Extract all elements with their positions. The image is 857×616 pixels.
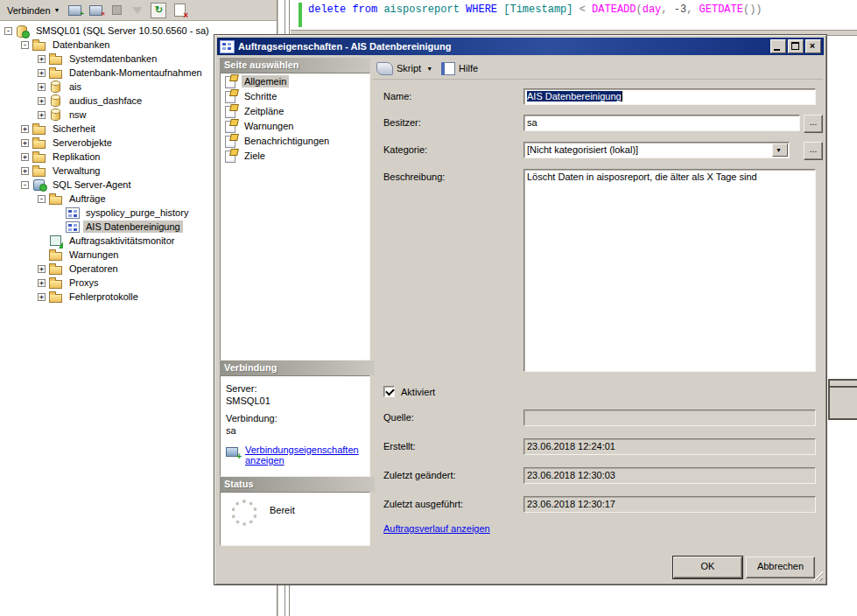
agent-icon (32, 178, 46, 192)
owner-input[interactable]: sa (523, 115, 800, 131)
collapse-icon[interactable]: - (38, 195, 46, 203)
source-field (523, 410, 816, 426)
status-text: Bereit (270, 505, 295, 515)
folder-icon (32, 122, 46, 136)
expand-icon[interactable]: + (21, 139, 29, 147)
dialog-titlebar[interactable]: Auftragseigenschaften - AIS Datenbereini… (217, 38, 824, 55)
expand-icon[interactable]: + (38, 69, 46, 77)
ok-button[interactable]: OK (673, 556, 742, 578)
created-value: 23.06.2018 12:24:01 (527, 441, 615, 452)
object-explorer-toolbar: Verbinden ▼ + × ↻ (0, 0, 277, 21)
sql-token: , (686, 4, 699, 16)
sql-token: DATEADD (592, 4, 636, 16)
minimize-button[interactable] (770, 39, 786, 53)
pages-list: AllgemeinSchritteZeitpläneWarnungenBenac… (220, 73, 370, 360)
tree-item-label: nsw (67, 108, 89, 121)
status-header: Status (220, 477, 375, 492)
disconnect-database-button[interactable]: × (86, 2, 105, 19)
tree-item-label: Verwaltung (50, 164, 102, 177)
executed-field: 23.06.2018 12:30:17 (523, 496, 816, 513)
name-label: Name: (383, 91, 411, 102)
script-icon (376, 62, 393, 75)
tree-item-label: SMSQL01 (SQL Server 10.50.6560 - sa) (33, 24, 212, 37)
expand-icon[interactable]: + (38, 279, 46, 287)
connect-database-icon: + (68, 5, 81, 16)
job-properties-dialog: Auftragseigenschaften - AIS Datenbereini… (214, 34, 827, 585)
page-icon (224, 134, 238, 148)
view-connection-properties-link[interactable]: Verbindungseigenschaften anzeigen (245, 444, 364, 466)
page-selector-panel: Seite auswählen AllgemeinSchritteZeitplä… (220, 58, 370, 546)
connect-database-button[interactable]: + (65, 2, 84, 19)
server-icon (16, 24, 30, 38)
enabled-checkbox[interactable] (383, 386, 395, 397)
expand-icon[interactable]: + (38, 265, 46, 273)
sql-token: day (643, 4, 662, 16)
help-button[interactable]: Hilfe (438, 60, 483, 77)
tree-item-label: Warnungen (67, 248, 121, 261)
stop-icon (112, 5, 122, 15)
connection-label: Verbindung: (226, 413, 364, 424)
folder-icon (32, 136, 46, 150)
folder-icon (32, 150, 46, 164)
expand-icon[interactable]: + (38, 55, 46, 63)
category-label: Kategorie: (383, 144, 427, 155)
created-label: Erstellt: (383, 441, 416, 452)
page-item-ziele[interactable]: Ziele (221, 148, 369, 163)
change-tracking-bar (299, 3, 302, 27)
dropdown-arrow-icon[interactable] (772, 144, 788, 157)
page-item-schritte[interactable]: Schritte (221, 88, 369, 103)
connection-header: Verbindung (220, 360, 375, 375)
tree-item-label: syspolicy_purge_history (83, 206, 191, 219)
pages-header: Seite auswählen (220, 58, 370, 73)
refresh-icon: ↻ (151, 3, 166, 18)
page-icon (224, 89, 238, 103)
maximize-button[interactable] (788, 39, 804, 53)
collapse-icon[interactable]: - (21, 181, 29, 189)
tree-item-label: Replikation (50, 150, 102, 163)
expand-icon[interactable]: + (21, 125, 29, 133)
expand-icon[interactable]: + (38, 293, 46, 301)
owner-browse-button[interactable]: ... (804, 115, 823, 133)
close-button[interactable]: × (805, 39, 821, 53)
page-item-label: Schritte (242, 90, 279, 102)
database-icon (49, 94, 63, 108)
filter-button[interactable] (128, 2, 147, 19)
sql-token: aisposreport (383, 4, 466, 16)
expand-icon[interactable]: + (38, 111, 46, 119)
page-item-zeitpläne[interactable]: Zeitpläne (221, 103, 369, 118)
stop-button[interactable] (107, 2, 126, 19)
script-error-button[interactable] (170, 2, 189, 19)
script-button[interactable]: Skript ▼ (373, 60, 438, 77)
expand-icon[interactable]: + (38, 97, 46, 105)
server-value: SMSQL01 (226, 396, 364, 406)
tree-item-label: Auftragsaktivitätsmonitor (67, 234, 177, 247)
description-textarea[interactable]: Löscht Daten in aisposreport, die älter … (523, 169, 816, 372)
folder-icon (49, 66, 63, 80)
sql-token: < (580, 4, 592, 16)
cancel-button[interactable]: Abbrechen (746, 556, 815, 578)
page-item-allgemein[interactable]: Allgemein (221, 74, 369, 88)
help-button-label: Hilfe (459, 63, 478, 74)
collapse-icon[interactable]: - (21, 41, 29, 49)
page-item-benachrichtigungen[interactable]: Benachrichtigungen (221, 133, 369, 148)
expand-icon[interactable]: + (38, 83, 46, 91)
category-dropdown[interactable]: [Nicht kategorisiert (lokal)] (523, 142, 790, 158)
description-value: Löscht Daten in aisposreport, die älter … (527, 172, 757, 182)
close-icon: × (806, 39, 818, 52)
connection-properties-icon (226, 444, 242, 458)
page-item-warnungen[interactable]: Warnungen (221, 118, 369, 133)
collapse-icon[interactable]: - (4, 27, 12, 35)
sql-token: GETDATE (699, 4, 743, 16)
refresh-button[interactable]: ↻ (149, 2, 168, 19)
dialog-title: Auftragseigenschaften - AIS Datenbereini… (238, 41, 770, 52)
category-browse-button[interactable]: ... (804, 142, 823, 160)
name-input[interactable]: AIS Datenbereinigung (523, 88, 816, 105)
page-item-label: Ziele (242, 150, 268, 162)
checkmark-icon (385, 387, 395, 396)
tree-item-label: Systemdatenbanken (67, 52, 159, 65)
connect-button[interactable]: Verbinden ▼ (4, 4, 63, 18)
job-history-link[interactable]: Auftragsverlauf anzeigen (383, 523, 490, 534)
expand-icon[interactable]: + (21, 167, 29, 175)
connection-box: Server: SMSQL01 Verbindung: sa Verbindun… (220, 375, 370, 477)
expand-icon[interactable]: + (21, 153, 29, 161)
